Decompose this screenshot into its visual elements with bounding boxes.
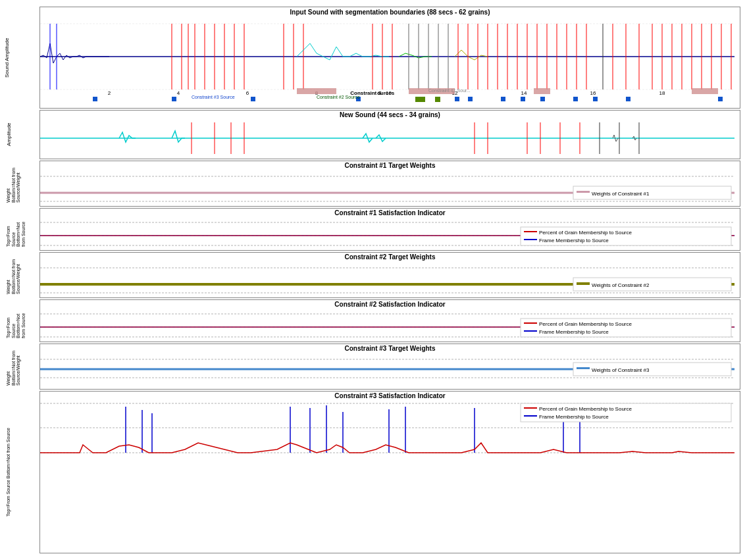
c2-weights-chart: 0 -1 -2 Weights of Constraint #2: [40, 261, 740, 295]
svg-text:Percent of Grain Membership to: Percent of Grain Membership to Source: [539, 321, 632, 327]
svg-rect-153: [524, 407, 537, 409]
c1-weights-title: Constraint #1 Target Weights: [40, 161, 740, 170]
svg-rect-102: [524, 239, 537, 240]
svg-text:Percent of Grain Membership to: Percent of Grain Membership to Source: [539, 230, 632, 236]
c1-sat-chart: 1 0 -1 Percent of Grain Membership to So…: [40, 217, 740, 249]
c2-sat-title: Constraint #2 Satisfaction Indicator: [40, 300, 740, 309]
c1-sat-ylabel: Top=From Source Bottom=Not from Source: [6, 212, 26, 247]
c1-weights-panel: Constraint #1 Target Weights Weight Bott…: [39, 161, 740, 207]
input-sound-chart: 1 0 -1 2 4 6 8 Constraint S ources 10 12…: [40, 17, 740, 96]
c2-sat-ylabel: Top=From Source Bottom=Not from Source: [6, 303, 26, 338]
c3-weights-chart: 1 0 -1 Weights of Constraint #3: [40, 353, 740, 387]
c2-sat-panel: Constraint #2 Satisfaction Indicator Top…: [39, 299, 740, 342]
new-sound-chart: 1 0 -1: [40, 119, 740, 157]
c3-sat-title: Constraint #3 Satisfaction Indicator: [40, 392, 740, 400]
new-sound-panel: New Sound (44 secs - 34 grains) Amplitud…: [39, 110, 740, 159]
c3-sat-chart: 1 0.5 0: [40, 400, 740, 463]
input-sound-title: Input Sound with segmentation boundaries…: [40, 7, 740, 17]
svg-text:Frame Membership to Source: Frame Membership to Source: [539, 414, 609, 420]
c1-weights-chart: 0 -1 -2 Weights of Constraint #1: [40, 170, 740, 204]
main-container: Input Sound with segmentation boundaries…: [0, 0, 747, 560]
svg-text:Weights of Constraint #1: Weights of Constraint #1: [592, 191, 650, 197]
c3-weights-panel: Constraint #3 Target Weights Weight Bott…: [39, 344, 740, 390]
c2-sat-chart: 1 0 -1 Percent of Grain Membership to So…: [40, 309, 740, 340]
input-sound-ylabel: Sound Amplitude: [4, 17, 10, 98]
c1-sat-title: Constraint #1 Satisfaction Indicator: [40, 209, 740, 217]
c3-sat-panel: Constraint #3 Satisfaction Indicator Top…: [39, 391, 740, 553]
svg-rect-100: [524, 231, 537, 232]
svg-text:Weights of Constraint #2: Weights of Constraint #2: [592, 282, 650, 288]
svg-rect-121: [524, 322, 537, 324]
c2-weights-ylabel: Weight Bottom=Not from Source/Weight: [6, 256, 21, 294]
svg-rect-132: [577, 367, 590, 369]
c3-weights-ylabel: Weight Bottom=Not from Source/Weight: [6, 347, 21, 386]
svg-text:Weights of Constraint #3: Weights of Constraint #3: [592, 367, 650, 373]
c3-weights-title: Constraint #3 Target Weights: [40, 344, 740, 353]
svg-rect-155: [524, 415, 537, 417]
constraint-sources-row: Constraint #1 Sour...: [40, 87, 740, 108]
svg-text:Frame Membership to Source: Frame Membership to Source: [539, 329, 609, 335]
svg-text:Percent of Grain Membership to: Percent of Grain Membership to Source: [539, 406, 632, 412]
svg-rect-90: [577, 191, 590, 193]
input-sound-panel: Input Sound with segmentation boundaries…: [39, 7, 740, 109]
c1-sat-panel: Constraint #1 Satisfaction Indicator Top…: [39, 208, 740, 251]
svg-text:Frame Membership to Source: Frame Membership to Source: [539, 238, 609, 243]
c2-weights-panel: Constraint #2 Target Weights Weight Bott…: [39, 252, 740, 298]
svg-rect-111: [577, 282, 590, 285]
c1-weights-ylabel: Weight Bottom=Not from Source/Weight: [6, 165, 21, 203]
new-sound-ylabel: Amplitude: [6, 117, 12, 152]
svg-rect-123: [524, 330, 537, 332]
c3-sat-ylabel: Top=From Source Bottom=Not from Source: [6, 395, 11, 549]
new-sound-title: New Sound (44 secs - 34 grains): [40, 111, 740, 119]
c2-weights-title: Constraint #2 Target Weights: [40, 253, 740, 261]
